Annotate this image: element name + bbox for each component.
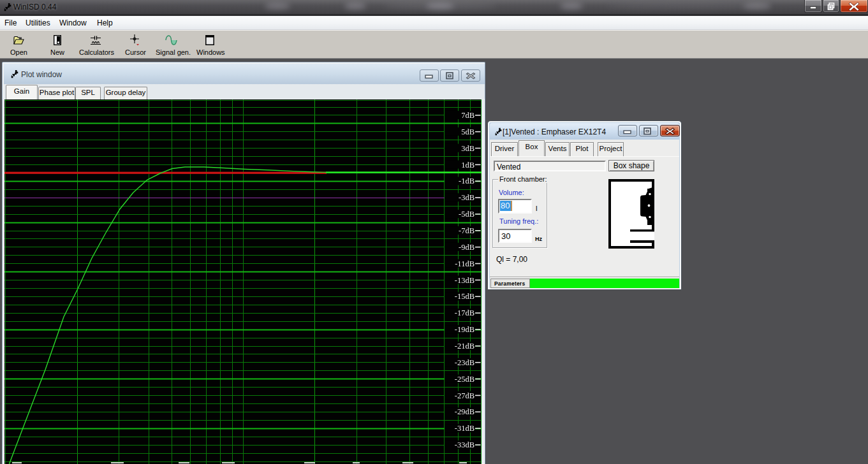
svg-text:-29dB: -29dB: [455, 407, 474, 416]
svg-text:-17dB: -17dB: [455, 308, 474, 317]
svg-text:-31dB: -31dB: [455, 424, 474, 433]
svg-text:-21dB: -21dB: [455, 342, 474, 351]
svg-text:-5dB: -5dB: [459, 210, 474, 219]
svg-text:1dB: 1dB: [461, 161, 474, 170]
svg-text:-9dB: -9dB: [459, 243, 474, 252]
svg-text:-13dB: -13dB: [455, 276, 474, 285]
svg-text:-19dB: -19dB: [455, 325, 474, 334]
svg-text:-11dB: -11dB: [455, 259, 474, 268]
svg-text:-27dB: -27dB: [455, 391, 474, 400]
svg-text:-15dB: -15dB: [455, 292, 474, 301]
svg-text:7dB: 7dB: [461, 111, 474, 120]
svg-text:3dB: 3dB: [461, 144, 474, 153]
svg-text:5dB: 5dB: [461, 127, 474, 136]
svg-text:-7dB: -7dB: [459, 226, 474, 235]
svg-text:-1dB: -1dB: [459, 177, 474, 185]
svg-text:-23dB: -23dB: [455, 358, 474, 367]
svg-text:-33dB: -33dB: [455, 440, 474, 449]
svg-text:-25dB: -25dB: [455, 375, 474, 384]
svg-text:-3dB: -3dB: [459, 193, 474, 202]
